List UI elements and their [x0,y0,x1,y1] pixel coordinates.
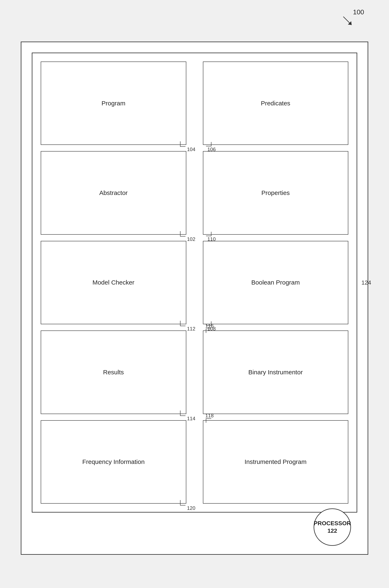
outer-box: 124 Program 104 Predicates 106 [21,41,368,555]
model-checker-box: Model Checker 112 [41,241,186,324]
instrumented-program-box: Instrumented Program 118 [203,420,349,504]
binary-instrumentor-box: Binary Instrumentor 116 [203,330,349,414]
ref-106-bracket [205,141,213,148]
boolean-program-label: Boolean Program [251,279,300,286]
model-checker-label: Model Checker [93,279,134,286]
boolean-program-box: Boolean Program 108 [203,241,349,324]
ref-116-bracket [205,327,213,333]
abstractor-box: Abstractor 102 [41,151,186,235]
results-box: Results 114 [41,330,186,414]
program-box: Program 104 [41,62,186,145]
grid-layout: Program 104 Predicates 106 Abstractor [41,62,348,504]
abstractor-label: Abstractor [99,189,128,196]
arrow-100-icon [339,12,356,29]
ref-118-bracket [205,417,213,423]
processor-label: PROCESSOR [314,519,351,527]
processor-circle: PROCESSOR 122 [314,508,351,546]
frequency-information-label: Frequency Information [82,458,145,465]
processor-ref: 122 [327,527,337,535]
ref-124-label: 124 [361,279,371,286]
results-label: Results [103,369,124,376]
properties-label: Properties [261,189,290,196]
binary-instrumentor-label: Binary Instrumentor [248,369,303,376]
frequency-information-box: Frequency Information 120 [41,420,186,504]
ref-110-bracket [205,231,213,238]
ref-114-label: 114 [187,416,195,421]
program-label: Program [101,100,126,107]
ref-102-label: 102 [187,236,195,242]
ref-104-label: 104 [187,146,195,152]
predicates-label: Predicates [261,100,290,107]
predicates-box: Predicates 106 [203,62,349,145]
instrumented-program-label: Instrumented Program [245,458,307,465]
inner-box: 124 Program 104 Predicates 106 [32,53,357,513]
properties-box: Properties 110 [203,151,349,235]
ref-120-label: 120 [187,505,195,511]
ref-112-label: 112 [187,326,195,332]
